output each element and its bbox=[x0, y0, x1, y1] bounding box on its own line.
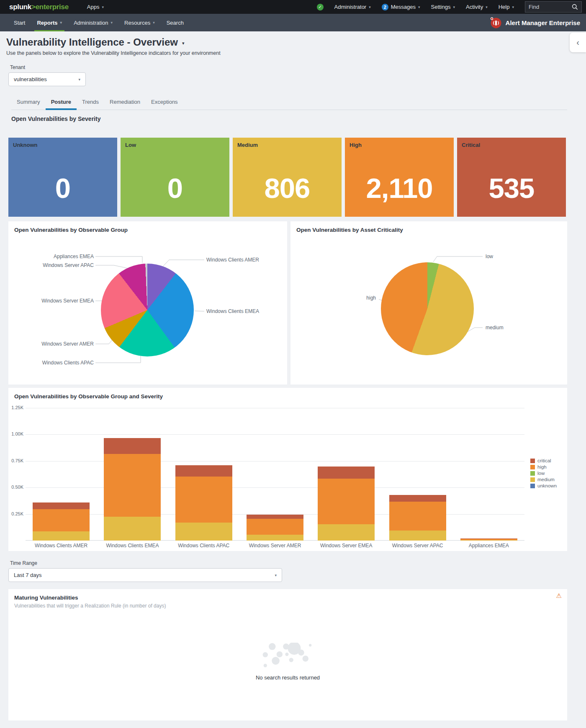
asset-criticality-pie[interactable] bbox=[381, 262, 474, 355]
chevron-down-icon: ▾ bbox=[418, 5, 420, 9]
bar-high[interactable] bbox=[460, 539, 517, 540]
nav-resources[interactable]: Resources▾ bbox=[118, 14, 161, 31]
bar-critical[interactable] bbox=[389, 495, 446, 502]
legend-name: medium bbox=[537, 477, 555, 482]
legend-name: unknown bbox=[537, 483, 557, 488]
bar-critical[interactable] bbox=[104, 438, 161, 454]
activity-menu[interactable]: Activity▾ bbox=[466, 4, 488, 10]
legend-item[interactable]: unknown bbox=[530, 483, 557, 488]
kpi-tile-low[interactable]: Low 0 bbox=[121, 138, 229, 217]
bar-critical[interactable] bbox=[247, 515, 303, 519]
find-search-box[interactable] bbox=[525, 1, 582, 13]
kpi-value: 806 bbox=[233, 159, 342, 217]
nav-start[interactable]: Start bbox=[8, 14, 31, 31]
legend-name: low bbox=[537, 471, 545, 476]
nav-administration[interactable]: Administration▾ bbox=[68, 14, 118, 31]
bar-medium[interactable] bbox=[175, 523, 232, 541]
bar-medium[interactable] bbox=[247, 535, 303, 541]
search-icon[interactable] bbox=[572, 4, 578, 10]
app-nav-bar: Start Reports▾ Administration▾ Resources… bbox=[0, 14, 586, 31]
chevron-down-icon: ▾ bbox=[153, 21, 155, 25]
panel-title: Open Vulnerabilities by Observable Group… bbox=[14, 393, 163, 400]
bar-medium[interactable] bbox=[389, 531, 446, 541]
nav-search-label: Search bbox=[167, 20, 184, 26]
messages-count-badge: 2 bbox=[382, 4, 388, 10]
page-subtitle: Use the panels below to explore the Vuln… bbox=[6, 50, 567, 56]
tab-exceptions[interactable]: Exceptions bbox=[146, 96, 183, 110]
chevron-down-icon: ▾ bbox=[275, 573, 277, 577]
bar-medium[interactable] bbox=[460, 540, 517, 541]
legend-swatch bbox=[530, 471, 535, 476]
bar-critical[interactable] bbox=[460, 538, 517, 539]
kpi-tile-high[interactable]: High 2,110 bbox=[345, 138, 454, 217]
nav-search[interactable]: Search bbox=[161, 14, 190, 31]
kpi-tile-critical[interactable]: Critical 535 bbox=[457, 138, 566, 217]
settings-label: Settings bbox=[431, 4, 451, 10]
collapse-panel-button[interactable]: ‹ bbox=[570, 33, 586, 52]
splunk-logo-text: splunk bbox=[9, 3, 31, 11]
bar-high[interactable] bbox=[318, 479, 375, 524]
legend-item[interactable]: low bbox=[530, 471, 557, 476]
bar-critical[interactable] bbox=[175, 465, 232, 477]
kpi-value: 0 bbox=[121, 159, 229, 217]
chevron-down-icon: ▾ bbox=[486, 5, 488, 9]
apps-menu[interactable]: Apps▾ bbox=[87, 4, 104, 10]
legend-item[interactable]: medium bbox=[530, 477, 557, 482]
bar-critical[interactable] bbox=[318, 467, 375, 479]
chevron-left-icon: ‹ bbox=[576, 38, 579, 47]
bubble-cluster-graphic bbox=[259, 643, 317, 669]
kpi-value: 0 bbox=[8, 159, 117, 217]
splunk-logo[interactable]: splunk>enterprise bbox=[9, 3, 69, 11]
administrator-menu[interactable]: Administrator▾ bbox=[334, 4, 371, 10]
chevron-down-icon: ▾ bbox=[111, 21, 113, 25]
legend-swatch bbox=[530, 477, 535, 482]
help-menu[interactable]: Help▾ bbox=[499, 4, 514, 10]
bar-medium[interactable] bbox=[104, 517, 161, 541]
bar-plot[interactable]: 1.25K1.00K0.75K0.50K0.25KWindows Clients… bbox=[26, 408, 524, 541]
maturing-vulnerabilities-panel: Maturing Vulnerabilities Vulnerabilities… bbox=[8, 589, 567, 720]
asset-criticality-pie-panel: Open Vulnerabilities by Asset Criticalit… bbox=[290, 221, 567, 385]
warning-icon[interactable]: ⚠ bbox=[556, 592, 562, 600]
pie-label-windows-server-emea: Windows Server EMEA bbox=[41, 298, 94, 304]
tab-trends[interactable]: Trends bbox=[77, 96, 104, 110]
pie-label-windows-clients-emea: Windows Clients EMEA bbox=[206, 308, 259, 314]
bar-medium[interactable] bbox=[318, 524, 375, 541]
kpi-label: Low bbox=[125, 142, 136, 148]
bar-high[interactable] bbox=[247, 519, 303, 535]
bar-high[interactable] bbox=[175, 477, 232, 523]
nav-reports[interactable]: Reports▾ bbox=[31, 14, 68, 31]
bar-high[interactable] bbox=[104, 454, 161, 517]
messages-menu[interactable]: 2Messages▾ bbox=[382, 4, 420, 10]
bar-critical[interactable] bbox=[33, 502, 90, 509]
legend-item[interactable]: high bbox=[530, 464, 557, 469]
panel-title: Maturing Vulnerabilities bbox=[14, 595, 78, 601]
empty-results-state: No search results returned bbox=[8, 643, 567, 681]
tab-summary[interactable]: Summary bbox=[11, 96, 46, 110]
y-axis-tick: 1.25K bbox=[9, 405, 23, 410]
bar-chart-legend: criticalhighlowmediumunknown bbox=[530, 458, 557, 490]
time-range-dropdown[interactable]: Last 7 days ▾ bbox=[8, 568, 282, 582]
find-search-input[interactable] bbox=[529, 4, 572, 10]
kpi-label: High bbox=[350, 142, 362, 148]
bar-high[interactable] bbox=[389, 502, 446, 530]
bar-high[interactable] bbox=[33, 509, 90, 531]
legend-name: critical bbox=[537, 458, 551, 463]
observable-group-pie[interactable] bbox=[101, 264, 194, 356]
tab-remediation[interactable]: Remediation bbox=[104, 96, 146, 110]
tenant-dropdown[interactable]: vulnerabilities ▾ bbox=[8, 72, 86, 86]
tab-posture[interactable]: Posture bbox=[46, 96, 77, 110]
activity-label: Activity bbox=[466, 4, 483, 10]
bar-medium[interactable] bbox=[33, 531, 90, 541]
y-axis-tick: 1.00K bbox=[9, 431, 23, 436]
messages-label: Messages bbox=[391, 4, 416, 10]
kpi-tile-unknown[interactable]: Unknown 0 bbox=[8, 138, 117, 217]
kpi-tile-medium[interactable]: Medium 806 bbox=[233, 138, 342, 217]
legend-swatch bbox=[530, 459, 535, 463]
title-caret-icon[interactable]: ▾ bbox=[182, 41, 185, 46]
chevron-down-icon: ▾ bbox=[60, 21, 62, 25]
legend-item[interactable]: critical bbox=[530, 458, 557, 463]
kpi-label: Critical bbox=[462, 142, 480, 148]
settings-menu[interactable]: Settings▾ bbox=[431, 4, 455, 10]
observable-group-pie-panel: Open Vulnerabilities by Observable Group… bbox=[8, 221, 287, 385]
nav-resources-label: Resources bbox=[124, 20, 150, 26]
